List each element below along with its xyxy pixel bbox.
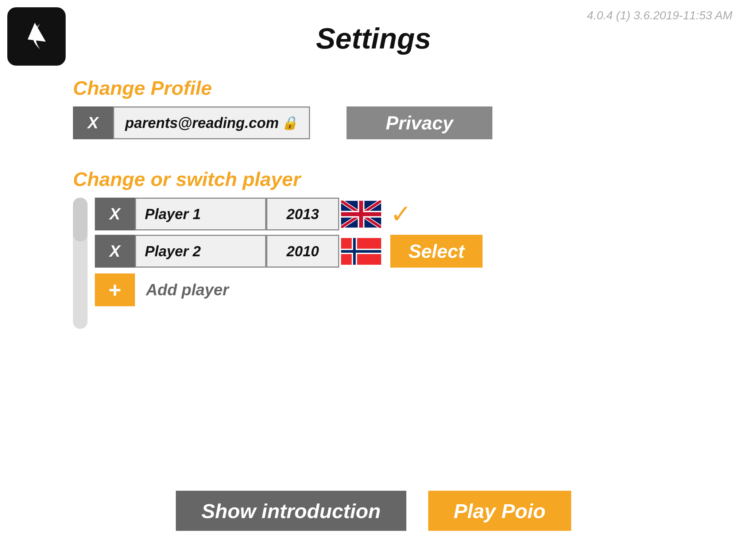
profile-row: X parents@reading.com 🔒 Privacy	[73, 106, 674, 139]
player2-year: 2010	[287, 243, 319, 260]
add-player-label: Add player	[146, 281, 229, 299]
remove-profile-button[interactable]: X	[73, 106, 113, 139]
scrollbar-track[interactable]	[73, 198, 88, 329]
bottom-buttons: Show introduction Play Poio	[0, 491, 747, 531]
privacy-button[interactable]: Privacy	[347, 106, 492, 139]
scrollbar-thumb[interactable]	[73, 198, 88, 241]
active-checkmark: ✓	[390, 199, 412, 229]
player1-flag[interactable]	[339, 198, 383, 230]
player2-flag[interactable]	[339, 235, 383, 268]
remove-player2-button[interactable]: X	[95, 235, 135, 268]
table-row: X Player 2 2010 Sele	[95, 235, 674, 268]
players-container: X Player 1 2013 ✓	[73, 198, 674, 329]
player2-name: Player 2	[145, 243, 201, 260]
remove-player1-button[interactable]: X	[95, 198, 135, 230]
player1-name: Player 1	[145, 206, 201, 222]
change-profile-title: Change Profile	[73, 77, 674, 99]
email-text: parents@reading.com	[125, 115, 279, 131]
player1-year: 2013	[287, 206, 319, 222]
add-player-button[interactable]: +	[95, 273, 135, 306]
select-player2-button[interactable]: Select	[390, 235, 483, 268]
page-title: Settings	[0, 22, 747, 55]
svg-rect-5	[341, 250, 381, 252]
player2-name-field[interactable]: Player 2	[135, 235, 266, 268]
lock-icon: 🔒	[282, 115, 298, 131]
switch-player-title: Change or switch player	[73, 168, 674, 190]
player1-year-field[interactable]: 2013	[266, 198, 339, 230]
change-profile-section: Change Profile X parents@reading.com 🔒 P…	[73, 77, 674, 139]
version-label: 4.0.4 (1) 3.6.2019-11:53 AM	[587, 9, 732, 22]
player2-year-field[interactable]: 2010	[266, 235, 339, 268]
players-list: X Player 1 2013 ✓	[95, 198, 674, 329]
play-poio-button[interactable]: Play Poio	[428, 491, 571, 531]
table-row: X Player 1 2013 ✓	[95, 198, 674, 230]
player1-name-field[interactable]: Player 1	[135, 198, 266, 230]
show-introduction-button[interactable]: Show introduction	[176, 491, 406, 531]
switch-player-section: Change or switch player X Player 1 2013	[73, 168, 674, 329]
add-player-row: + Add player	[95, 273, 674, 306]
email-field[interactable]: parents@reading.com 🔒	[113, 106, 310, 139]
